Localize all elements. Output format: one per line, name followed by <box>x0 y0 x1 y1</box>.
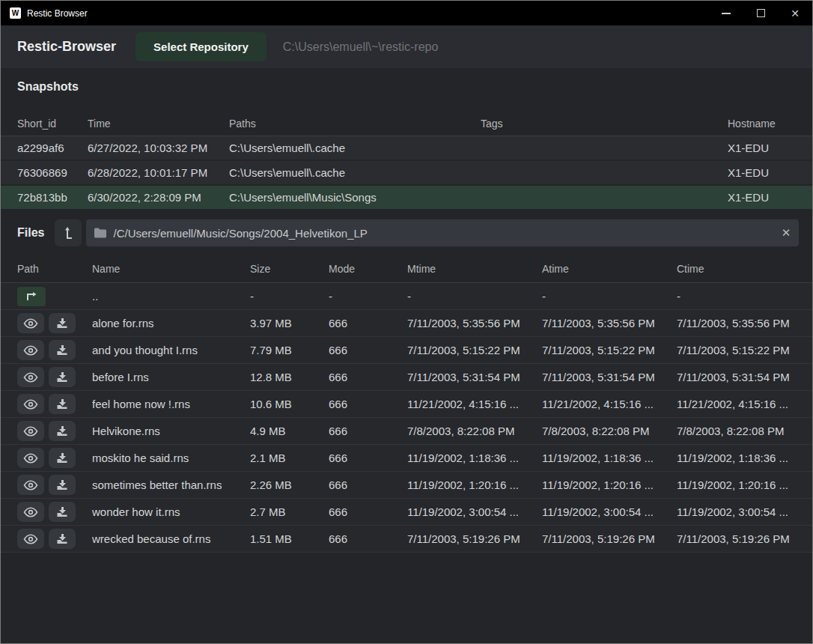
file-row: moskito he said.rns 2.1 MB 666 11/19/200… <box>1 445 812 472</box>
select-repository-button[interactable]: Select Repository <box>136 32 267 61</box>
file-name: before I.rns <box>92 371 250 383</box>
download-file-button[interactable] <box>49 475 76 495</box>
column-header-size: Size <box>250 263 329 275</box>
download-icon <box>56 506 68 518</box>
column-header-hostname: Hostname <box>728 118 812 130</box>
file-mtime: 7/11/2003, 5:15:22 PM <box>407 344 542 356</box>
snapshots-title: Snapshots <box>17 80 812 94</box>
view-file-button[interactable] <box>17 394 44 414</box>
close-button[interactable]: ✕ <box>778 1 812 25</box>
file-row: feel home now !.rns 10.6 MB 666 11/21/20… <box>1 391 812 418</box>
file-ctime: 7/11/2003, 5:35:56 PM <box>677 317 812 329</box>
download-file-button[interactable] <box>49 448 76 468</box>
minimize-button[interactable] <box>709 1 743 25</box>
file-name: sometimes better than.rns <box>92 479 250 491</box>
view-file-button[interactable] <box>17 448 44 468</box>
snapshots-table-header: Short_id Time Paths Tags Hostname <box>1 111 812 136</box>
file-ctime: 7/11/2003, 5:15:22 PM <box>677 344 812 356</box>
file-mode: 666 <box>329 371 407 383</box>
column-header-paths: Paths <box>229 118 481 130</box>
file-name: alone for.rns <box>92 317 250 329</box>
app-name: Restic-Browser <box>17 39 116 55</box>
column-header-atime: Atime <box>542 263 677 275</box>
view-file-button[interactable] <box>17 529 44 549</box>
file-mode: 666 <box>329 532 407 545</box>
file-atime: 11/19/2002, 1:18:36 ... <box>542 452 677 464</box>
download-file-button[interactable] <box>49 394 76 414</box>
file-mtime: 11/21/2002, 4:15:16 ... <box>407 398 542 410</box>
download-icon <box>56 533 68 545</box>
file-ctime: - <box>677 290 812 303</box>
file-atime: 11/19/2002, 1:20:16 ... <box>542 479 677 491</box>
file-mode: - <box>329 290 407 303</box>
snapshot-short-id: 76306869 <box>17 166 88 179</box>
snapshot-hostname: X1-EDU <box>728 191 812 204</box>
file-row: Helvikone.rns 4.9 MB 666 7/8/2003, 8:22:… <box>1 418 812 445</box>
view-file-button[interactable] <box>17 421 44 441</box>
snapshot-paths: C:\Users\emuell\Music\Songs <box>229 191 481 204</box>
view-file-button[interactable] <box>17 475 44 495</box>
download-file-button[interactable] <box>49 421 76 441</box>
download-file-button[interactable] <box>49 340 76 360</box>
maximize-button[interactable] <box>743 1 778 25</box>
snapshots-table: a2299af6 6/27/2022, 10:03:32 PM C:\Users… <box>1 136 812 210</box>
current-path-field[interactable]: /C/Users/emuell/Music/Songs/2004_Helveti… <box>86 219 799 246</box>
file-ctime: 11/19/2002, 1:20:16 ... <box>677 479 812 491</box>
view-file-button[interactable] <box>17 340 44 360</box>
file-atime: - <box>542 290 677 303</box>
file-row: wrecked because of.rns 1.51 MB 666 7/11/… <box>1 526 812 553</box>
file-mode: 666 <box>329 452 407 464</box>
file-name: and you thought I.rns <box>92 344 250 356</box>
file-name: .. <box>92 290 250 303</box>
file-atime: 7/11/2003, 5:31:54 PM <box>542 371 677 383</box>
file-mtime: - <box>407 290 542 303</box>
download-icon <box>56 452 68 464</box>
maximize-icon <box>757 9 765 17</box>
file-size: 10.6 MB <box>250 398 329 410</box>
view-file-button[interactable] <box>17 313 44 333</box>
snapshot-row[interactable]: 76306869 6/28/2022, 10:01:17 PM C:\Users… <box>1 161 812 186</box>
go-parent-directory-button[interactable] <box>17 287 46 306</box>
snapshot-row[interactable]: 72b813bb 6/30/2022, 2:28:09 PM C:\Users\… <box>1 186 812 210</box>
eye-icon <box>23 507 38 517</box>
download-file-button[interactable] <box>49 367 76 387</box>
close-icon: ✕ <box>791 8 800 19</box>
snapshot-short-id: 72b813bb <box>17 191 88 204</box>
view-file-button[interactable] <box>17 367 44 387</box>
snapshot-hostname: X1-EDU <box>728 142 812 154</box>
download-icon <box>56 398 68 410</box>
file-ctime: 7/11/2003, 5:31:54 PM <box>677 371 812 383</box>
file-mtime: 11/19/2002, 3:00:54 ... <box>407 505 542 518</box>
files-table: alone for.rns 3.97 MB 666 7/11/2003, 5:3… <box>1 310 812 553</box>
file-row: before I.rns 12.8 MB 666 7/11/2003, 5:31… <box>1 364 812 391</box>
download-file-button[interactable] <box>49 502 76 522</box>
file-row: sometimes better than.rns 2.26 MB 666 11… <box>1 472 812 499</box>
snapshot-time: 6/30/2022, 2:28:09 PM <box>88 191 229 204</box>
file-mtime: 7/11/2003, 5:19:26 PM <box>407 532 542 545</box>
file-mtime: 11/19/2002, 1:20:16 ... <box>407 479 542 491</box>
column-header-mtime: Mtime <box>407 263 542 275</box>
file-atime: 7/11/2003, 5:35:56 PM <box>542 317 677 329</box>
snapshot-row[interactable]: a2299af6 6/27/2022, 10:03:32 PM C:\Users… <box>1 136 812 161</box>
view-file-button[interactable] <box>17 502 44 522</box>
download-icon <box>56 479 68 491</box>
file-name: feel home now !.rns <box>92 398 250 410</box>
download-file-button[interactable] <box>49 529 76 549</box>
file-name: wonder how it.rns <box>92 505 250 518</box>
file-mtime: 7/11/2003, 5:31:54 PM <box>407 371 542 383</box>
main-content: Snapshots Short_id Time Paths Tags Hostn… <box>1 68 812 643</box>
download-icon <box>56 371 68 383</box>
app-logo-icon: W <box>10 7 21 19</box>
file-size: - <box>250 290 329 303</box>
clear-path-button[interactable]: ✕ <box>773 219 799 246</box>
up-directory-button[interactable] <box>55 219 82 246</box>
file-atime: 11/21/2002, 4:15:16 ... <box>542 398 677 410</box>
column-header-short-id: Short_id <box>17 118 88 130</box>
file-mode: 666 <box>329 425 407 437</box>
file-size: 7.79 MB <box>250 344 329 356</box>
download-icon <box>56 318 68 329</box>
snapshot-time: 6/27/2022, 10:03:32 PM <box>88 142 229 154</box>
file-size: 12.8 MB <box>250 371 329 383</box>
file-ctime: 11/19/2002, 1:18:36 ... <box>677 452 812 464</box>
download-file-button[interactable] <box>49 313 76 333</box>
